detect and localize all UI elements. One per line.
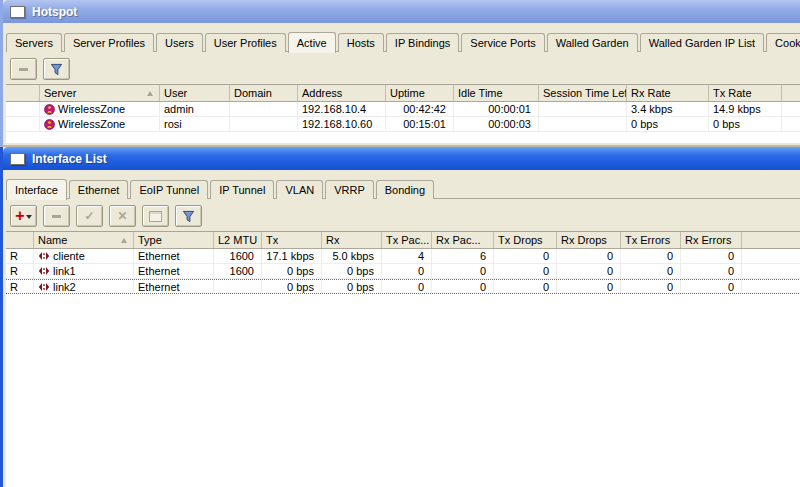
address-cell: 192.168.10.4	[298, 102, 386, 116]
tx-packets-cell: 4	[382, 249, 432, 263]
col-rx[interactable]: Rx	[322, 232, 382, 248]
tab-interface[interactable]: Interface	[6, 179, 67, 200]
cross-icon: ✕	[117, 209, 127, 223]
comment-card-icon	[149, 211, 162, 222]
col-flags[interactable]	[6, 232, 34, 248]
domain-cell	[230, 117, 298, 131]
tab-cookies[interactable]: Cookies	[766, 33, 800, 52]
col-type[interactable]: Type	[134, 232, 214, 248]
tx-rate-cell: 0 bps	[709, 117, 782, 131]
tab-active[interactable]: Active	[288, 32, 336, 53]
tab-walled-garden-ip-list[interactable]: Walled Garden IP List	[640, 33, 764, 52]
tx-drops-cell: 0	[494, 280, 557, 293]
flag-cell: R	[6, 264, 34, 278]
interface-row-link2[interactable]: R link2 Ethernet 0 bps 0 bps 0 0 0 0 0 0	[6, 279, 800, 294]
col-rx-rate[interactable]: Rx Rate	[627, 85, 709, 101]
tab-bonding[interactable]: Bonding	[376, 180, 434, 199]
col-user[interactable]: User	[160, 85, 230, 101]
tab-ip-bindings[interactable]: IP Bindings	[386, 33, 459, 52]
col-selector[interactable]	[6, 85, 40, 101]
col-tx-rate[interactable]: Tx Rate	[709, 85, 782, 101]
col-rx-drops[interactable]: Rx Drops	[557, 232, 621, 248]
disable-button[interactable]: ✕	[109, 205, 136, 227]
enable-button[interactable]: ✓	[76, 205, 103, 227]
filter-button[interactable]	[175, 205, 202, 227]
col-address[interactable]: Address	[298, 85, 386, 101]
col-idle-time[interactable]: Idle Time	[454, 85, 539, 101]
tab-walled-garden[interactable]: Walled Garden	[547, 33, 638, 52]
tab-eoip-tunnel[interactable]: EoIP Tunnel	[130, 180, 208, 199]
tab-server-profiles[interactable]: Server Profiles	[64, 33, 154, 52]
window-icon	[10, 6, 25, 18]
col-l2mtu[interactable]: L2 MTU	[214, 232, 262, 248]
tab-ethernet[interactable]: Ethernet	[69, 180, 129, 199]
interface-toolbar: + ✓ ✕	[10, 205, 800, 227]
col-filler	[782, 85, 800, 101]
hotspot-row-rosi[interactable]: WirelessZone rosi 192.168.10.60 00:15:01…	[6, 117, 800, 132]
session-time-left-cell	[539, 117, 627, 131]
flag-cell: R	[6, 280, 34, 293]
tab-hosts[interactable]: Hosts	[338, 33, 384, 52]
col-server[interactable]: Server	[40, 85, 160, 101]
tab-vlan[interactable]: VLAN	[276, 180, 323, 199]
server-cell: WirelessZone	[58, 118, 125, 130]
tx-errors-cell: 0	[621, 264, 681, 278]
rx-errors-cell: 0	[681, 249, 742, 263]
col-tx-errors[interactable]: Tx Errors	[621, 232, 681, 248]
tab-vrrp[interactable]: VRRP	[325, 180, 374, 199]
col-uptime[interactable]: Uptime	[386, 85, 454, 101]
sort-asc-icon	[121, 238, 127, 243]
col-rx-packets[interactable]: Rx Pac...	[432, 232, 494, 248]
rx-errors-cell: 0	[681, 264, 742, 278]
uptime-cell: 00:42:42	[386, 102, 454, 116]
interface-table: Name Type L2 MTU Tx Rx Tx Pac... Rx Pac.…	[6, 231, 800, 487]
tab-user-profiles[interactable]: User Profiles	[205, 33, 286, 52]
hotspot-row-admin[interactable]: WirelessZone admin 192.168.10.4 00:42:42…	[6, 102, 800, 117]
minus-icon	[52, 215, 61, 218]
rx-cell: 0 bps	[322, 264, 382, 278]
address-cell: 192.168.10.60	[298, 117, 386, 131]
col-tx-packets[interactable]: Tx Pac...	[382, 232, 432, 248]
tx-cell: 17.1 kbps	[262, 249, 322, 263]
col-name[interactable]: Name	[34, 232, 134, 248]
comment-button[interactable]	[142, 205, 169, 227]
minus-icon	[19, 68, 28, 71]
col-session-time-left[interactable]: Session Time Left	[539, 85, 627, 101]
hotspot-titlebar[interactable]: Hotspot	[3, 0, 800, 23]
remove-button[interactable]	[10, 58, 37, 80]
tx-cell: 0 bps	[262, 280, 322, 293]
col-tx[interactable]: Tx	[262, 232, 322, 248]
col-tx-drops[interactable]: Tx Drops	[494, 232, 557, 248]
interface-list-titlebar[interactable]: Interface List	[3, 147, 800, 170]
tab-users[interactable]: Users	[156, 33, 203, 52]
interface-row-link1[interactable]: R link1 Ethernet 1600 0 bps 0 bps 0 0 0 …	[6, 264, 800, 279]
server-cell: WirelessZone	[58, 103, 125, 115]
name-cell: link1	[53, 265, 76, 277]
plus-icon: +	[15, 210, 24, 222]
rx-rate-cell: 0 bps	[627, 117, 709, 131]
rx-errors-cell: 0	[681, 280, 742, 293]
user-cell: rosi	[160, 117, 230, 131]
rx-drops-cell: 0	[557, 280, 621, 293]
tab-service-ports[interactable]: Service Ports	[461, 33, 544, 52]
rx-rate-cell: 3.4 kbps	[627, 102, 709, 116]
col-rx-errors[interactable]: Rx Errors	[681, 232, 742, 248]
ethernet-port-icon	[38, 251, 50, 261]
add-button[interactable]: +	[10, 205, 37, 227]
rx-drops-cell: 0	[557, 249, 621, 263]
col-domain[interactable]: Domain	[230, 85, 298, 101]
tab-ip-tunnel[interactable]: IP Tunnel	[210, 180, 274, 199]
name-cell: cliente	[53, 250, 85, 262]
hotspot-toolbar	[10, 58, 800, 80]
domain-cell	[230, 102, 298, 116]
tab-servers[interactable]: Servers	[6, 33, 62, 52]
rx-packets-cell: 6	[432, 249, 494, 263]
window-icon	[10, 153, 25, 165]
rx-packets-cell: 0	[432, 264, 494, 278]
interface-row-cliente[interactable]: R cliente Ethernet 1600 17.1 kbps 5.0 kb…	[6, 249, 800, 264]
hotspot-table-header: Server User Domain Address Uptime Idle T…	[6, 85, 800, 102]
remove-button[interactable]	[43, 205, 70, 227]
name-cell: link2	[53, 281, 76, 293]
filter-button[interactable]	[43, 58, 70, 80]
check-icon: ✓	[84, 209, 94, 223]
